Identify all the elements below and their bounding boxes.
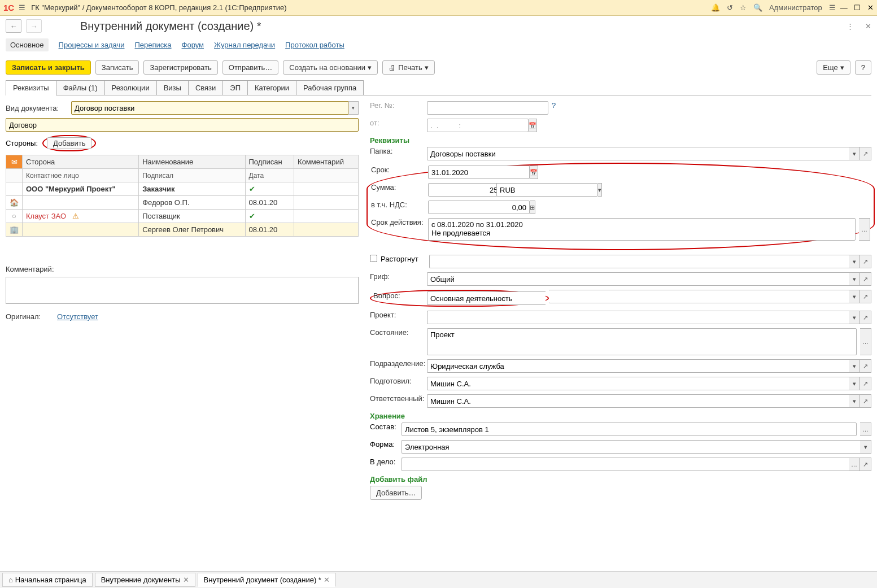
ellipsis-icon[interactable]: …	[860, 328, 871, 355]
addfile-button[interactable]: Добавить…	[370, 486, 422, 500]
dropdown-icon[interactable]: ▾	[849, 359, 860, 373]
dropdown-icon[interactable]: ▾	[348, 101, 359, 115]
table-row-contact[interactable]: 🏢 Сергеев Олег Петрович 08.01.20	[6, 223, 359, 237]
terminated-input[interactable]	[429, 255, 849, 268]
star-icon[interactable]: ☆	[740, 3, 747, 12]
open-icon[interactable]: ↗	[860, 377, 871, 390]
print-button[interactable]: 🖨 Печать ▾	[382, 60, 435, 75]
maximize-icon[interactable]: ☐	[854, 3, 861, 12]
doc-type-label: Вид документа:	[6, 104, 68, 112]
tab-main[interactable]: Основное	[6, 38, 49, 51]
save-close-button[interactable]: Записать и закрыть	[6, 60, 91, 75]
dropdown-icon[interactable]: ▾	[598, 183, 602, 197]
dropdown-icon[interactable]: ▾	[860, 440, 871, 454]
open-icon[interactable]: ↗	[860, 147, 871, 160]
dropdown-icon[interactable]: ▾	[849, 255, 860, 268]
question-input-ext[interactable]	[549, 290, 849, 303]
state-text[interactable]: Проект	[427, 328, 857, 355]
in-case-input[interactable]	[402, 458, 849, 471]
open-icon[interactable]: ↗	[860, 290, 871, 303]
tab-files[interactable]: Файлы (1)	[56, 80, 105, 95]
printer-icon: 🖨	[389, 63, 396, 72]
from-date-input[interactable]	[427, 119, 529, 132]
prepared-input[interactable]	[427, 377, 849, 390]
more-button[interactable]: Еще ▾	[817, 60, 850, 75]
calendar-icon[interactable]: 📅	[530, 165, 538, 179]
help-button[interactable]: ?	[855, 60, 871, 75]
validity-text[interactable]: с 08.01.2020 по 31.01.2020 Не продлевает…	[428, 218, 856, 241]
history-icon[interactable]: ↺	[727, 3, 733, 12]
deadline-input[interactable]	[428, 165, 530, 179]
forward-button[interactable]: →	[26, 19, 42, 33]
open-icon[interactable]: ↗	[860, 359, 871, 373]
th-name[interactable]: Наименование	[139, 155, 245, 169]
menu-icon[interactable]: ☰	[19, 3, 25, 12]
back-button[interactable]: ←	[6, 19, 21, 33]
dropdown-icon[interactable]: ▾	[849, 290, 860, 303]
th-party[interactable]: Сторона	[23, 155, 139, 169]
table-row[interactable]: ООО "Меркурий Проект" Заказчик ✔	[6, 182, 359, 196]
tab-transfer-log[interactable]: Журнал передачи	[214, 41, 275, 49]
tab-links[interactable]: Связи	[188, 80, 223, 95]
create-based-button[interactable]: Создать на основании ▾	[283, 60, 378, 75]
ellipsis-icon[interactable]: …	[860, 423, 871, 436]
tab-categories[interactable]: Категории	[247, 80, 296, 95]
tab-correspondence[interactable]: Переписка	[135, 41, 172, 49]
tab-work-protocol[interactable]: Протокол работы	[285, 41, 344, 49]
open-icon[interactable]: ↗	[860, 255, 871, 268]
dropdown-icon[interactable]: ▾	[849, 394, 860, 408]
ellipsis-icon[interactable]: …	[859, 218, 870, 241]
folder-input[interactable]	[427, 147, 849, 160]
kebab-icon[interactable]: ⋮	[847, 22, 854, 31]
question-input[interactable]	[427, 291, 546, 305]
vat-input[interactable]	[428, 201, 530, 214]
dept-input[interactable]	[427, 359, 849, 373]
composition-input[interactable]	[402, 423, 857, 436]
dropdown-icon[interactable]: ▾	[849, 147, 860, 160]
add-party-button[interactable]: Добавить	[47, 137, 91, 149]
form-input[interactable]	[402, 440, 860, 454]
page-close-icon[interactable]: ✕	[865, 22, 871, 31]
terminated-checkbox[interactable]	[370, 255, 377, 262]
save-button[interactable]: Записать	[95, 60, 139, 75]
comment-textarea[interactable]	[6, 277, 359, 304]
original-link[interactable]: Отсутствует	[57, 312, 98, 321]
doc-type-input[interactable]	[71, 101, 348, 115]
search-icon[interactable]: 🔍	[753, 3, 762, 12]
currency-input[interactable]	[496, 183, 598, 197]
dropdown-icon[interactable]: ▾	[849, 272, 860, 286]
project-input[interactable]	[427, 311, 849, 324]
open-icon[interactable]: ↗	[860, 311, 871, 324]
th-signed[interactable]: Подписан	[245, 155, 294, 169]
tab-details[interactable]: Реквизиты	[6, 80, 56, 95]
tab-processes[interactable]: Процессы и задачи	[59, 41, 125, 49]
register-button[interactable]: Зарегистрировать	[143, 60, 217, 75]
doc-title-input[interactable]	[6, 118, 359, 132]
send-button[interactable]: Отправить…	[222, 60, 278, 75]
open-icon[interactable]: ↗	[860, 272, 871, 286]
calc-icon[interactable]: ⊞	[530, 201, 535, 214]
help-icon[interactable]: ?	[552, 101, 556, 110]
th-comment[interactable]: Комментарий	[294, 155, 359, 169]
settings-icon[interactable]: ☰	[829, 3, 836, 12]
tab-resolutions[interactable]: Резолюции	[104, 80, 157, 95]
table-row-contact[interactable]: 🏠 Федоров О.П. 08.01.20	[6, 196, 359, 210]
tab-workgroup[interactable]: Рабочая группа	[296, 80, 364, 95]
minimize-icon[interactable]: —	[840, 3, 848, 12]
tab-forum[interactable]: Форум	[182, 41, 204, 49]
tab-ep[interactable]: ЭП	[222, 80, 248, 95]
table-row[interactable]: ○ Клауст ЗАО ⚠ Поставщик ✔	[6, 210, 359, 223]
dropdown-icon[interactable]: ▾	[849, 311, 860, 324]
close-icon[interactable]: ✕	[867, 3, 874, 12]
reg-no-input[interactable]	[427, 101, 548, 115]
bell-icon[interactable]: 🔔	[711, 3, 720, 12]
signed-date: 08.01.20	[245, 196, 294, 210]
grif-input[interactable]	[427, 272, 849, 286]
ellipsis-icon[interactable]: …	[849, 458, 860, 471]
responsible-input[interactable]	[427, 394, 849, 408]
dropdown-icon[interactable]: ▾	[849, 377, 860, 390]
open-icon[interactable]: ↗	[860, 458, 871, 471]
tab-visas[interactable]: Визы	[156, 80, 189, 95]
calendar-icon[interactable]: 📅	[529, 119, 537, 132]
open-icon[interactable]: ↗	[860, 394, 871, 408]
